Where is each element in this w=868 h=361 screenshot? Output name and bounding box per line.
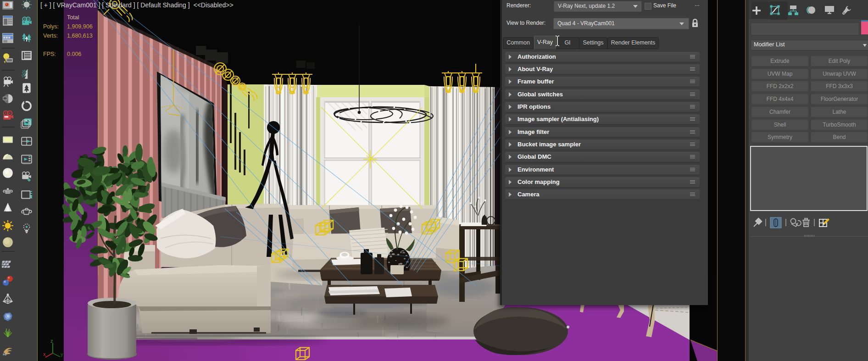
svg-text:x: x bbox=[43, 351, 46, 357]
svg-text:HF: HF bbox=[3, 352, 7, 356]
svg-text:z: z bbox=[50, 338, 53, 344]
svg-text:y: y bbox=[61, 351, 63, 357]
